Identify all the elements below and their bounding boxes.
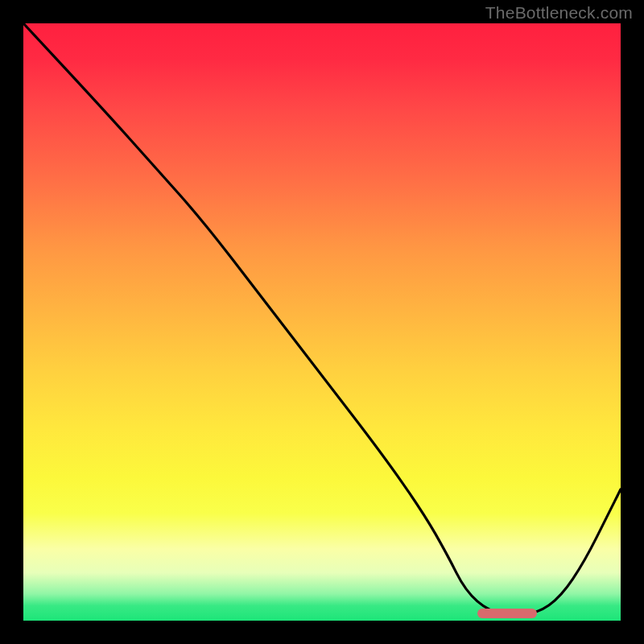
chart-plot-area	[23, 23, 621, 621]
chart-line-svg	[23, 23, 621, 621]
highlight-marker	[477, 609, 537, 619]
watermark-text: TheBottleneck.com	[485, 3, 633, 23]
chart-curve-path	[23, 23, 621, 613]
